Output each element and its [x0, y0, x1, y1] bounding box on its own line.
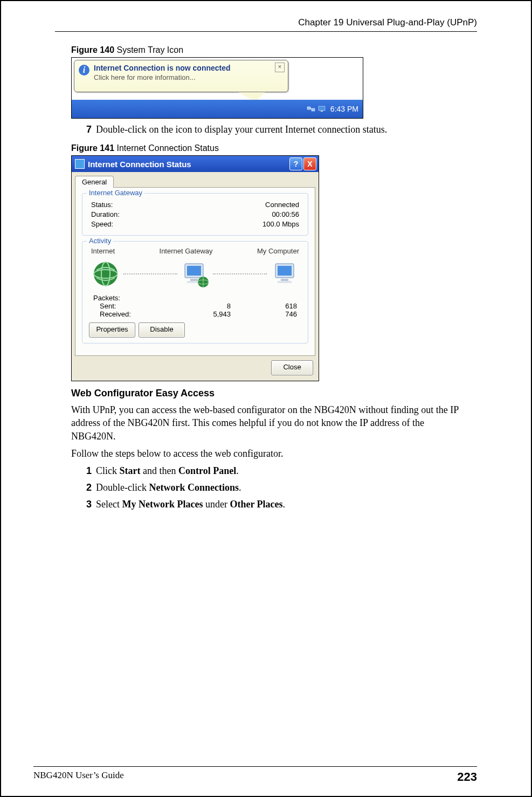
figure-141-number: Figure 141 [71, 143, 114, 153]
sent-gateway-value: 8 [169, 302, 235, 310]
svg-rect-4 [321, 111, 323, 112]
step-3-text-c: under [203, 499, 230, 510]
close-icon[interactable]: × [275, 63, 285, 72]
step-1-bold-start: Start [120, 465, 141, 476]
tab-content: Internet Gateway Status:Connected Durati… [75, 187, 315, 356]
section-heading: Web Configurator Easy Access [71, 388, 466, 399]
svg-line-2 [310, 108, 312, 109]
svg-rect-0 [307, 107, 310, 109]
speed-label: Speed: [91, 220, 113, 228]
window-close-button[interactable]: X [303, 157, 316, 170]
sent-pc-value: 618 [235, 302, 301, 310]
figure-140-image: i × Internet Connection is now connected… [71, 57, 363, 119]
disable-button[interactable]: Disable [139, 322, 185, 338]
duration-label: Duration: [91, 210, 120, 218]
group-internet-gateway: Internet Gateway Status:Connected Durati… [82, 193, 308, 236]
taskbar-clock: 6:43 PM [330, 105, 358, 113]
figure-140-title: System Tray Icon [114, 45, 183, 54]
svg-rect-10 [190, 279, 198, 281]
group-gateway-legend: Internet Gateway [87, 189, 144, 197]
step-3-text-a: Select [96, 499, 122, 510]
paragraph-2: Follow the steps below to access the web… [71, 447, 466, 460]
step-7-text: Double-click on the icon to display your… [96, 124, 387, 135]
svg-rect-18 [278, 281, 292, 283]
info-icon: i [79, 65, 89, 75]
step-3-text-e: . [283, 499, 286, 510]
balloon-subtitle: Click here for more information... [94, 73, 282, 81]
step-3-bold-mnp: My Network Places [122, 499, 203, 510]
tray-balloon[interactable]: i × Internet Connection is now connected… [74, 60, 288, 92]
figure-141-window: Internet Connection Status ? X General I… [71, 155, 319, 381]
svg-rect-17 [281, 279, 288, 281]
speed-value: 100.0 Mbps [262, 220, 299, 228]
step-7-number: 7 [86, 124, 92, 135]
tab-general[interactable]: General [75, 176, 114, 188]
svg-rect-1 [312, 108, 315, 111]
my-computer-icon [270, 259, 299, 288]
page-number: 223 [457, 770, 477, 784]
titlebar[interactable]: Internet Connection Status ? X [72, 156, 319, 172]
svg-rect-16 [278, 266, 292, 276]
figure-141-title: Internet Connection Status [114, 143, 219, 153]
step-2-text-c: . [239, 482, 241, 493]
help-button[interactable]: ? [289, 157, 302, 170]
packets-block: Packets: Sent: 8 618 Received: 5,943 746 [89, 294, 301, 318]
globe-icon [91, 259, 120, 288]
step-3-bold-op: Other Places [230, 499, 282, 510]
received-pc-value: 746 [235, 310, 301, 318]
step-1-text-e: . [236, 465, 239, 476]
received-gateway-value: 5,943 [169, 310, 235, 318]
close-button[interactable]: Close [271, 360, 313, 375]
step-2: 2Double-click Network Connections. [86, 482, 466, 493]
col-my-computer: My Computer [257, 247, 299, 255]
figure-141-caption: Figure 141 Internet Connection Status [71, 143, 466, 153]
gateway-pc-icon [181, 259, 210, 288]
packets-label: Packets: [93, 294, 301, 302]
group-activity: Activity Internet Internet Gateway My Co… [82, 241, 308, 343]
balloon-title: Internet Connection is now connected [94, 64, 282, 72]
step-1-bold-cp: Control Panel [178, 465, 236, 476]
svg-rect-3 [319, 106, 325, 111]
app-icon [75, 159, 85, 169]
sent-label: Sent: [93, 302, 169, 310]
step-3: 3Select My Network Places under Other Pl… [86, 499, 466, 510]
step-2-text-a: Double-click [96, 482, 149, 493]
step-2-bold-nc: Network Connections [149, 482, 239, 493]
step-1: 1Click Start and then Control Panel. [86, 465, 466, 477]
paragraph-1: With UPnP, you can access the web-based … [71, 403, 466, 443]
svg-point-5 [94, 262, 118, 286]
connection-line-left [123, 273, 177, 274]
group-activity-legend: Activity [87, 237, 113, 245]
chapter-header: Chapter 19 Universal Plug-and-Play (UPnP… [33, 17, 499, 31]
page-footer: NBG420N User’s Guide 223 [1, 766, 531, 784]
monitor-icon[interactable] [317, 105, 326, 113]
col-internet-gateway: Internet Gateway [160, 247, 213, 255]
taskbar: 6:43 PM [72, 100, 363, 118]
step-3-number: 3 [86, 499, 92, 510]
status-label: Status: [91, 201, 113, 209]
footer-rule [33, 766, 477, 767]
step-1-number: 1 [86, 465, 92, 476]
figure-140-number: Figure 140 [71, 45, 114, 54]
window-title: Internet Connection Status [88, 160, 191, 169]
footer-guide: NBG420N User’s Guide [33, 770, 124, 784]
status-value: Connected [265, 201, 299, 209]
svg-rect-9 [187, 266, 201, 276]
header-rule [55, 31, 477, 32]
col-internet: Internet [91, 247, 115, 255]
step-1-text-c: and then [141, 465, 178, 476]
properties-button[interactable]: Properties [89, 322, 135, 338]
network-icon[interactable] [307, 105, 315, 113]
connection-line-right [213, 273, 267, 274]
step-1-text-a: Click [96, 465, 120, 476]
step-2-number: 2 [86, 482, 92, 493]
received-label: Received: [93, 310, 169, 318]
tray-icons [307, 105, 326, 113]
step-7: 7Double-click on the icon to display you… [86, 124, 466, 135]
duration-value: 00:00:56 [272, 210, 299, 218]
figure-140-caption: Figure 140 System Tray Icon [71, 45, 466, 55]
